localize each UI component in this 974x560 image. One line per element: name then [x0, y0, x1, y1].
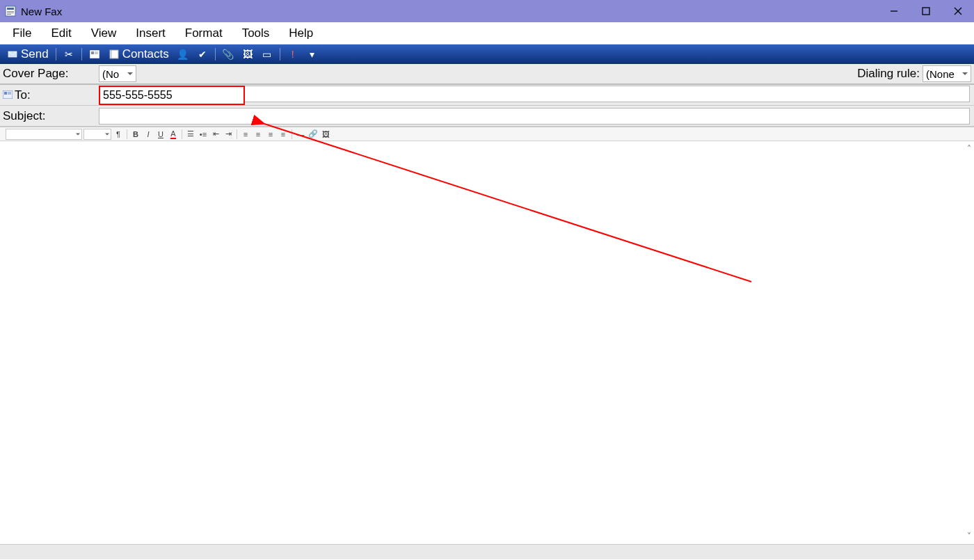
align-left-button[interactable]: ≡: [240, 129, 251, 140]
chevron-down-icon: ▾: [307, 49, 318, 60]
scroll-up-icon[interactable]: ˄: [967, 144, 971, 154]
insert-link-button[interactable]: 🔗: [308, 129, 319, 140]
app-icon: [4, 5, 17, 17]
menu-view[interactable]: View: [81, 24, 127, 43]
editor-area[interactable]: ˄ ˅: [0, 141, 974, 544]
bold-button[interactable]: B: [130, 129, 141, 140]
cover-page-row: Cover Page: (No Dialing rule: (None: [0, 64, 974, 85]
send-button[interactable]: Send: [3, 45, 53, 64]
close-button[interactable]: [942, 0, 974, 22]
to-row: To:: [0, 85, 974, 106]
svg-rect-11: [91, 51, 94, 54]
contacts-button[interactable]: Contacts: [104, 45, 173, 64]
header-fields: Cover Page: (No Dialing rule: (None To: …: [0, 64, 974, 127]
priority-icon: !: [287, 49, 298, 60]
to-input[interactable]: [100, 87, 244, 104]
priority-button[interactable]: !: [283, 45, 303, 64]
check-icon: ✔: [197, 49, 208, 60]
menu-bar: File Edit View Insert Format Tools Help: [0, 22, 974, 45]
insert-picture-button[interactable]: 🖼: [238, 45, 257, 64]
minimize-button[interactable]: [878, 0, 910, 22]
italic-button[interactable]: I: [143, 129, 154, 140]
menu-file[interactable]: File: [3, 24, 41, 43]
send-icon: [7, 49, 18, 60]
scroll-down-icon[interactable]: ˅: [967, 531, 971, 541]
svg-rect-1: [7, 8, 14, 10]
subject-row: Subject:: [0, 106, 974, 127]
menu-format[interactable]: Format: [175, 24, 232, 43]
insert-image-button[interactable]: 🖼: [320, 129, 331, 140]
menu-help[interactable]: Help: [279, 24, 323, 43]
font-family-select[interactable]: [6, 129, 82, 140]
format-toolbar: ¶ B I U A ☰ •≡ ⇤ ⇥ ≡ ≡ ≡ ≡ — 🔗 🖼: [0, 127, 974, 141]
subject-input[interactable]: [99, 108, 970, 125]
to-input-extension[interactable]: [245, 86, 970, 102]
menu-tools[interactable]: Tools: [232, 24, 280, 43]
paragraph-button[interactable]: ¶: [113, 129, 124, 140]
cover-page-label: Cover Page:: [1, 67, 99, 81]
cover-page-value: (No: [102, 68, 119, 80]
scan-icon: ▭: [262, 49, 273, 60]
picture-icon: 🖼: [242, 49, 253, 60]
svg-rect-3: [7, 13, 14, 13]
align-right-button[interactable]: ≡: [265, 129, 276, 140]
to-label[interactable]: To:: [1, 88, 99, 102]
dialing-rule-label: Dialing rule:: [857, 67, 920, 81]
window-title: New Fax: [21, 6, 62, 17]
subject-label: Subject:: [1, 109, 99, 123]
book-icon: [109, 49, 120, 60]
hr-button[interactable]: —: [295, 129, 306, 140]
justify-button[interactable]: ≡: [278, 129, 289, 140]
check-button[interactable]: ✔: [193, 45, 212, 64]
svg-rect-6: [923, 8, 929, 15]
menu-insert[interactable]: Insert: [126, 24, 175, 43]
align-center-button[interactable]: ≡: [253, 129, 264, 140]
contact-card-icon[interactable]: [85, 45, 104, 64]
user-icon: 👤: [177, 49, 189, 60]
svg-rect-2: [7, 11, 14, 12]
bullet-list-button[interactable]: •≡: [198, 129, 209, 140]
menu-edit[interactable]: Edit: [41, 24, 81, 43]
attach-button[interactable]: 📎: [218, 45, 238, 64]
paperclip-icon: 📎: [223, 49, 234, 60]
toolbar: Send ✂ Contacts 👤 ✔ 📎 🖼 ▭ ! ▾: [0, 45, 974, 64]
insert-scan-button[interactable]: ▭: [257, 45, 277, 64]
send-label: Send: [21, 47, 49, 61]
increase-indent-button[interactable]: ⇥: [223, 129, 234, 140]
contacts-label: Contacts: [122, 47, 169, 61]
cut-button[interactable]: ✂: [59, 45, 79, 64]
dropdown-button[interactable]: ▾: [303, 45, 322, 64]
to-contact-icon: [3, 88, 13, 102]
decrease-indent-button[interactable]: ⇤: [210, 129, 221, 140]
check-names-button[interactable]: 👤: [173, 45, 193, 64]
font-color-button[interactable]: A: [168, 129, 179, 140]
numbered-list-button[interactable]: ☰: [185, 129, 196, 140]
dialing-rule-select[interactable]: (None: [923, 65, 971, 82]
maximize-button[interactable]: [910, 0, 942, 22]
title-bar: New Fax: [0, 0, 974, 22]
svg-rect-4: [7, 14, 11, 15]
dialing-rule-value: (None: [926, 68, 955, 80]
to-input-highlight: [99, 86, 245, 105]
font-size-select[interactable]: [83, 129, 111, 140]
cover-page-select[interactable]: (No: [99, 65, 136, 82]
cut-icon: ✂: [63, 49, 74, 60]
underline-button[interactable]: U: [155, 129, 166, 140]
status-bar: [0, 544, 974, 559]
svg-rect-17: [4, 92, 7, 95]
card-icon: [89, 49, 100, 60]
